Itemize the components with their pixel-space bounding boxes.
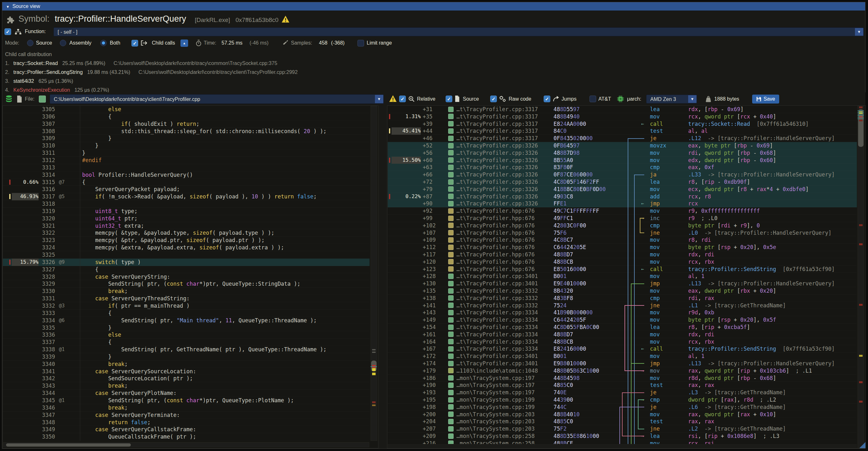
asm-file-ref[interactable]: …t\TracyProfiler.hpp:676 [457, 207, 535, 215]
source-line-row[interactable]: 3328 case ServerQueryString: [3, 273, 370, 280]
collapse-distribution-button[interactable]: ▲ [181, 39, 188, 47]
asm-row[interactable]: +164…t\TracyProfiler.cpp:3334488BCBmovrc… [388, 338, 857, 345]
asm-mnemonic[interactable]: jne [650, 302, 660, 309]
source-line-row[interactable]: 3345@1 SendString( ptr, (const char*)ptr… [3, 397, 370, 404]
asm-file-ref[interactable]: …t\TracyProfiler.hpp:676 [457, 244, 535, 251]
asm-mnemonic[interactable]: mov [650, 353, 660, 360]
source-line-row[interactable]: 3333 { [3, 309, 370, 317]
asm-mnemonic[interactable]: mov [650, 157, 660, 164]
asm-file-ref[interactable]: …t\TracyProfiler.cpp:3326 [457, 193, 538, 200]
asm-row[interactable]: +161…t\TracyProfiler.cpp:3334488BD7movrd… [388, 331, 857, 338]
source-line-row[interactable]: 3316 ServerQueryPacket payload; [3, 186, 370, 193]
asm-file-ref[interactable]: …mon\TracySystem.cpp:203 [457, 418, 535, 425]
asm-mnemonic[interactable]: inc [650, 215, 660, 222]
asm-file-ref[interactable]: …mon\TracySystem.cpp:203 [457, 425, 535, 432]
source-line-row[interactable]: 3322 memcpy( &type, &payload.type, sizeo… [3, 229, 370, 237]
radio-assembly[interactable] [60, 40, 66, 46]
asm-row[interactable]: +92…t\TracyProfiler.hpp:67649C7C1FFFFFFF… [388, 207, 857, 215]
asm-row[interactable]: +117…t\TracyProfiler.hpp:676488BD7movrdx… [388, 251, 857, 258]
radio-source[interactable] [27, 40, 33, 46]
asm-file-ref[interactable]: …t\TracyProfiler.cpp:3326 [457, 157, 538, 164]
source-line-row[interactable]: 3342 SendSourceLocation( ptr ); [3, 375, 370, 382]
asm-mnemonic[interactable]: test [650, 418, 663, 425]
asm-file-ref[interactable]: …t\TracyProfiler.cpp:3332 [457, 302, 538, 309]
asm-row[interactable]: +123…t\TracyProfiler.hpp:676E850160000←c… [388, 266, 857, 273]
asm-mnemonic[interactable]: lea [650, 178, 660, 186]
source-line-row[interactable]: 3311} [3, 149, 370, 157]
asm-mnemonic[interactable]: mov [650, 316, 660, 324]
asm-mnemonic[interactable]: mov [650, 367, 660, 374]
asm-file-ref[interactable]: …t\TracyProfiler.hpp:676 [457, 266, 535, 273]
asm-file-ref[interactable]: …t\TracyProfiler.hpp:676 [457, 258, 535, 266]
asm-mnemonic[interactable]: jmp [650, 200, 660, 207]
source-line-row[interactable]: 3340 break; [3, 361, 370, 368]
source-line-row[interactable]: 3347 case ServerQueryTerminate: [3, 412, 370, 419]
source-line-row[interactable]: 3310 } [3, 142, 370, 149]
asm-mnemonic[interactable]: mov [650, 374, 660, 382]
radio-assembly-label[interactable]: Assembly [69, 38, 91, 48]
asm-mnemonic[interactable]: je [650, 389, 656, 396]
child-call-row[interactable]: 1.tracy::Socket::Read25.25 ms (54.89%)C:… [5, 59, 277, 67]
assembly-view[interactable]: +31…t\TracyProfiler.cpp:3317488D5597lear… [388, 106, 857, 448]
asm-file-ref[interactable]: …t\TracyProfiler.cpp:3334 [457, 324, 538, 331]
source-line-row[interactable]: 3308 std::this_thread::sleep_for( std::c… [3, 128, 370, 135]
asm-mnemonic[interactable]: jne [650, 229, 660, 237]
limit-range-checkbox[interactable] [358, 40, 364, 47]
source-line-row[interactable]: 3309 } [3, 135, 370, 142]
asm-row[interactable]: +102…t\TracyProfiler.hpp:67642803C0F00cm… [388, 222, 857, 229]
asm-file-ref[interactable]: …t\TracyProfiler.cpp:3401 [457, 273, 538, 280]
asm-row[interactable]: +149…t\TracyProfiler.cpp:3334C64424205Fm… [388, 316, 857, 324]
source-line-row[interactable]: 3306 { [3, 113, 370, 120]
asm-file-ref[interactable]: …t\TracyProfiler.cpp:3334 [457, 309, 538, 316]
asm-file-ref[interactable]: …t\TracyProfiler.cpp:3334 [457, 316, 538, 324]
child-call-name[interactable]: tracy::Socket::Read [13, 61, 58, 66]
asm-file-ref[interactable]: …mon\TracySystem.cpp:197 [457, 389, 535, 396]
child-call-name[interactable]: stat64i32 [13, 78, 34, 84]
asm-mnemonic[interactable]: jmp [650, 360, 660, 367]
asm-mnemonic[interactable]: call [650, 266, 663, 273]
source-line-row[interactable]: 15.79%3326@9 switch( type ) [3, 259, 370, 266]
asm-mnemonic[interactable]: je [650, 403, 656, 411]
asm-row[interactable]: +109…t\TracyProfiler.hpp:6764C8BC7movr8,… [388, 236, 857, 244]
asm-row[interactable]: +31…t\TracyProfiler.cpp:3317488D5597lear… [388, 106, 857, 113]
source-line-row[interactable]: 3314bool Profiler::HandleServerQuery() [3, 171, 370, 179]
jumps-label[interactable]: Jumps [561, 94, 577, 104]
asm-file-ref[interactable]: …1103\include\atomic:1048 [457, 367, 538, 374]
asm-row[interactable]: +130…t\TracyProfiler.cpp:3401E9E4010000j… [388, 280, 857, 287]
source-line-row[interactable]: 3332@3 if( ptr == m_mainThread ) [3, 302, 370, 309]
asm-row[interactable]: +90…t\TracyProfiler.cpp:3326FFE1←jmprcx [388, 200, 857, 207]
raw-code-label[interactable]: Raw code [509, 94, 531, 104]
asm-mnemonic[interactable]: mov [650, 186, 660, 193]
asm-file-ref[interactable]: …mon\TracySystem.cpp:258 [457, 432, 535, 440]
asm-file-ref[interactable]: …t\TracyProfiler.cpp:3326 [457, 171, 538, 178]
title-bar[interactable]: ▼Source view [2, 2, 865, 10]
asm-mnemonic[interactable]: mov [650, 258, 660, 266]
source-line-row[interactable]: 3329 SendString( ptr, (const char*)ptr, … [3, 280, 370, 288]
source-hscrollbar[interactable] [3, 442, 369, 447]
asm-mnemonic[interactable]: test [650, 127, 663, 135]
asm-row[interactable]: +141…t\TracyProfiler.cpp:33327524jne.L1 … [388, 302, 857, 309]
source-line-row[interactable]: 3349 case ServerQueryCallstackFrame: [3, 426, 370, 433]
asm-file-ref[interactable]: …t\TracyProfiler.cpp:3334 [457, 345, 538, 353]
asm-row[interactable]: +190…mon\TracySystem.cpp:1974885C0testra… [388, 382, 857, 389]
asm-row[interactable]: +179…1103\include\atomic:1048488B05B63C1… [388, 367, 857, 374]
asm-row[interactable]: 45.41%+44…t\TracyProfiler.cpp:331784C0te… [388, 127, 857, 135]
source-line-row[interactable]: 0.66%3315@7{ [3, 179, 370, 186]
child-calls-chec kbox[interactable]: ✓ [131, 40, 138, 47]
asm-mnemonic[interactable]: lea [650, 432, 660, 440]
source-line-row[interactable]: 3348 return false; [3, 419, 370, 426]
asm-mnemonic[interactable]: add [650, 193, 660, 200]
asm-row[interactable]: +63…t\TracyProfiler.cpp:332683F80Fcmpeax… [388, 164, 857, 171]
asm-file-ref[interactable]: …t\TracyProfiler.hpp:676 [457, 215, 535, 222]
asm-row[interactable]: +138…t\TracyProfiler.cpp:3332483BF8cmprd… [388, 295, 857, 302]
asm-row[interactable]: +52…t\TracyProfiler.cpp:33260FB64597movz… [388, 142, 857, 149]
chevron-down-icon[interactable]: ▼ [375, 95, 383, 103]
asm-file-ref[interactable]: …mon\TracySystem.cpp:199 [457, 403, 535, 411]
source-line-row[interactable]: 3327 { [3, 266, 370, 273]
source-label[interactable]: Source [463, 94, 479, 104]
source-hscrollbar-thumb[interactable] [6, 443, 131, 447]
asm-mnemonic[interactable]: mov [650, 251, 660, 258]
asm-mnemonic[interactable]: cmp [650, 295, 660, 302]
asm-mnemonic[interactable]: mov [650, 273, 660, 280]
source-line-row[interactable]: 3321 uint32_t extra; [3, 222, 370, 230]
